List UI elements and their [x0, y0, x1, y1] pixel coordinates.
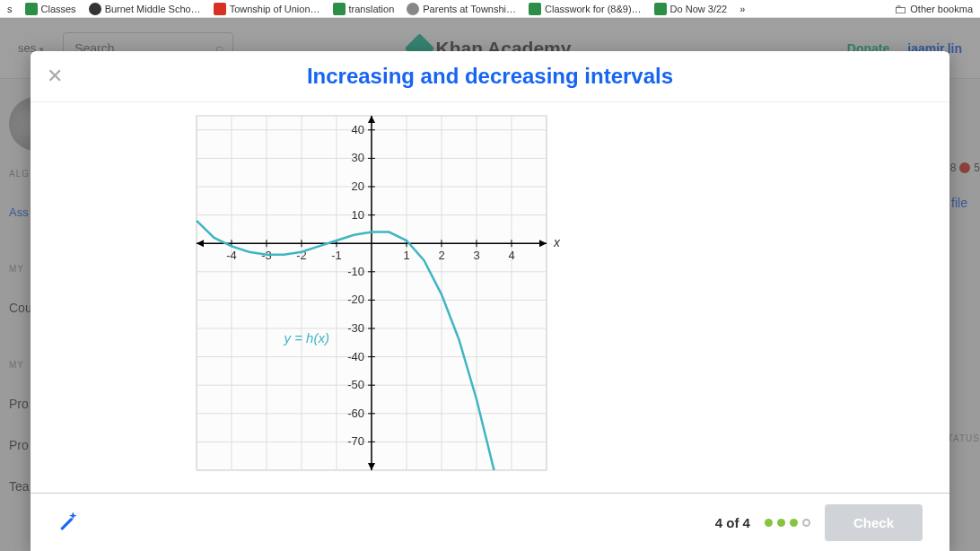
svg-text:-10: -10: [347, 265, 364, 278]
modal-footer: 4 of 4 Check: [31, 494, 949, 551]
site-icon: [89, 3, 101, 15]
svg-text:4: 4: [508, 249, 514, 262]
svg-text:-1: -1: [331, 249, 342, 262]
globe-icon: [407, 3, 419, 15]
bookmark-item[interactable]: Burnet Middle Scho…: [85, 1, 205, 17]
progress-dot-empty: [802, 519, 810, 527]
folder-icon: 🗀: [894, 2, 906, 16]
bookmark-item[interactable]: s: [4, 2, 16, 16]
svg-text:-4: -4: [226, 249, 237, 262]
function-graph: -4-3-2-1123440302010-10-20-30-40-50-60-7…: [192, 111, 560, 484]
exercise-modal: ✕ Increasing and decreasing intervals -4…: [31, 51, 949, 551]
svg-text:3: 3: [473, 249, 479, 262]
bookmark-item[interactable]: Classwork for (8&9)…: [525, 1, 645, 17]
classroom-icon: [333, 3, 346, 15]
bookmarks-bar: s Classes Burnet Middle Scho… Township o…: [0, 0, 980, 18]
svg-text:-30: -30: [347, 321, 364, 335]
svg-text:x: x: [553, 235, 560, 249]
bookmark-item[interactable]: translation: [329, 1, 398, 17]
progress-dot: [790, 519, 798, 527]
svg-text:-20: -20: [347, 293, 364, 306]
classroom-icon: [654, 3, 667, 15]
svg-text:-70: -70: [347, 434, 364, 448]
check-button[interactable]: Check: [825, 504, 923, 541]
svg-text:1: 1: [403, 249, 409, 262]
svg-text:10: 10: [352, 208, 364, 222]
progress-dots: [765, 519, 810, 527]
bookmark-item[interactable]: Township of Union…: [210, 1, 324, 17]
modal-title: Increasing and decreasing intervals: [307, 64, 673, 89]
overflow-chevron-icon[interactable]: »: [739, 4, 745, 14]
progress-dot: [777, 519, 785, 527]
svg-text:-40: -40: [347, 350, 364, 363]
svg-text:y = h(x): y = h(x): [284, 330, 329, 345]
wand-icon[interactable]: [57, 508, 81, 537]
svg-text:-50: -50: [347, 378, 364, 391]
bookmark-item[interactable]: Parents at Townshi…: [403, 1, 520, 17]
svg-text:40: 40: [352, 123, 364, 136]
classroom-icon: [529, 3, 541, 15]
svg-text:30: 30: [352, 151, 364, 164]
modal-header: ✕ Increasing and decreasing intervals: [31, 51, 949, 101]
bookmark-item[interactable]: Do Now 3/22: [651, 1, 731, 17]
classroom-icon: [25, 3, 38, 15]
progress-dot: [765, 519, 773, 527]
progress-text: 4 of 4: [715, 515, 750, 530]
other-bookmarks[interactable]: 🗀Other bookma: [890, 0, 976, 18]
svg-text:2: 2: [438, 249, 444, 262]
bookmark-item[interactable]: Classes: [22, 1, 80, 17]
close-icon[interactable]: ✕: [47, 67, 65, 85]
modal-body: -4-3-2-1123440302010-10-20-30-40-50-60-7…: [31, 101, 949, 494]
svg-text:20: 20: [352, 179, 364, 193]
gmail-icon: [214, 3, 226, 15]
svg-text:-60: -60: [347, 407, 364, 420]
